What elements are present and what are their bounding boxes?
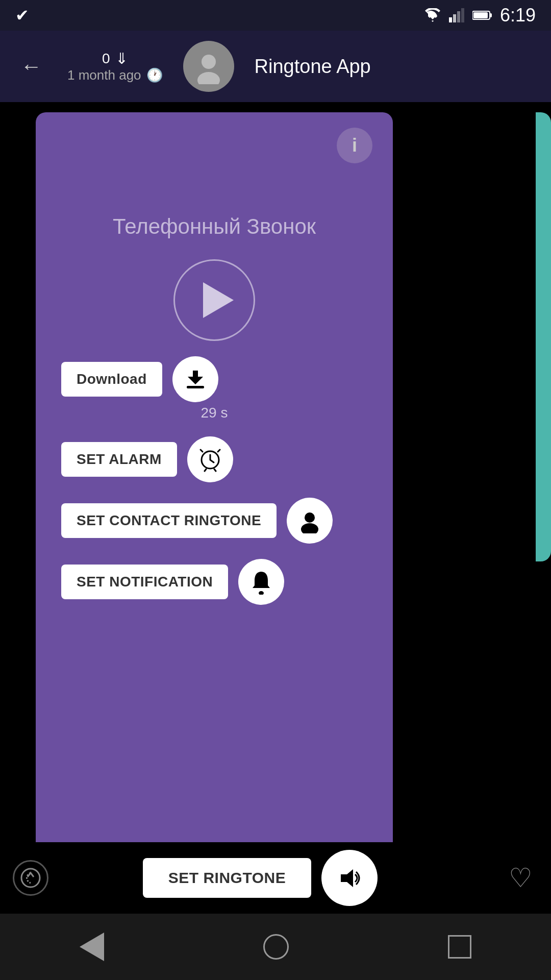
- svg-rect-1: [453, 14, 456, 22]
- heart-icon: ♡: [509, 863, 533, 893]
- nav-download-info: 0 ⇓ 1 month ago 🕐: [67, 50, 163, 83]
- svg-rect-9: [187, 386, 204, 388]
- favorite-button[interactable]: ♡: [490, 847, 551, 909]
- signal-icon: [449, 8, 465, 22]
- share-icon: [13, 860, 48, 896]
- teal-peek: [536, 112, 551, 561]
- nav-back-button[interactable]: [80, 933, 104, 961]
- back-button[interactable]: ←: [15, 49, 47, 84]
- svg-rect-2: [457, 11, 460, 22]
- nav-bar: [0, 914, 551, 980]
- duration-text: 29 s: [201, 405, 228, 421]
- avatar: [183, 41, 234, 92]
- app-title: Ringtone App: [255, 56, 371, 78]
- contact-icon: [297, 508, 322, 533]
- volume-icon-circle[interactable]: [321, 850, 378, 906]
- info-button[interactable]: i: [337, 128, 372, 163]
- svg-point-7: [202, 55, 216, 69]
- top-nav: ← 0 ⇓ 1 month ago 🕐 Ringtone App: [0, 31, 551, 102]
- set-alarm-row: SET ALARM: [61, 436, 367, 482]
- set-contact-ringtone-row: SET CONTACT RINGTONE: [61, 498, 367, 544]
- nav-recents-button[interactable]: [448, 935, 471, 959]
- contact-icon-circle[interactable]: [287, 498, 333, 544]
- svg-rect-0: [449, 17, 452, 22]
- battery-icon: [472, 10, 493, 21]
- download-icon: ⇓: [115, 50, 128, 67]
- svg-point-11: [305, 512, 315, 523]
- volume-icon: [336, 864, 364, 892]
- download-icon-circle[interactable]: [172, 356, 218, 402]
- check-icon: ✔: [15, 6, 29, 25]
- svg-marker-15: [341, 869, 353, 887]
- play-button[interactable]: [173, 259, 255, 341]
- svg-rect-3: [461, 8, 464, 22]
- set-notification-row: SET NOTIFICATION: [61, 559, 367, 605]
- download-count: 0: [102, 51, 110, 67]
- svg-point-14: [21, 869, 40, 887]
- svg-rect-6: [473, 12, 488, 18]
- time-ago: 1 month ago: [67, 67, 141, 83]
- download-arrow-icon: [183, 366, 208, 392]
- set-notification-button[interactable]: SET NOTIFICATION: [61, 565, 228, 599]
- play-triangle-icon: [203, 282, 234, 318]
- status-bar: ✔ 6:19: [0, 0, 551, 31]
- wifi-icon: [423, 8, 442, 22]
- nav-home-button[interactable]: [263, 934, 289, 960]
- svg-point-13: [259, 591, 264, 595]
- bottom-bar: SET RINGTONE ♡: [0, 842, 551, 914]
- bell-icon: [248, 569, 274, 595]
- set-ringtone-button[interactable]: SET RINGTONE: [143, 858, 311, 898]
- share-button[interactable]: [0, 847, 61, 909]
- svg-rect-5: [490, 13, 492, 17]
- song-title: Телефонный Звонок: [113, 214, 316, 239]
- svg-point-12: [301, 523, 318, 533]
- notification-icon-circle[interactable]: [238, 559, 284, 605]
- download-button[interactable]: Download: [61, 362, 162, 397]
- set-contact-ringtone-button[interactable]: SET CONTACT RINGTONE: [61, 503, 277, 538]
- status-time: 6:19: [500, 5, 536, 26]
- svg-point-8: [197, 72, 220, 84]
- download-row: Download: [61, 356, 367, 402]
- clock-icon: 🕐: [146, 67, 163, 83]
- alarm-icon-circle[interactable]: [187, 436, 233, 482]
- set-alarm-button[interactable]: SET ALARM: [61, 442, 177, 477]
- alarm-icon: [197, 447, 223, 472]
